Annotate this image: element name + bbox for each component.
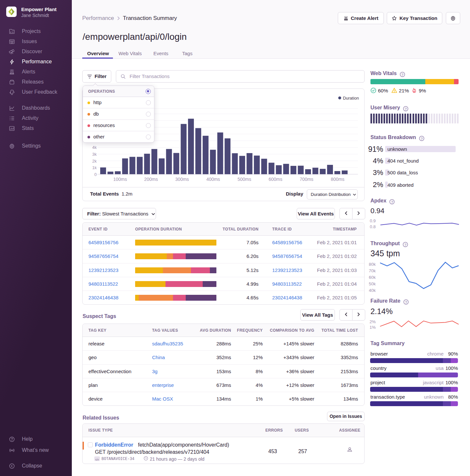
svg-text:500ms: 500ms (238, 177, 251, 182)
svg-text:400ms: 400ms (206, 177, 220, 182)
svg-text:700ms: 700ms (300, 177, 313, 182)
svg-text:Duration: Duration (343, 96, 359, 101)
svg-text:4k: 4k (92, 145, 97, 150)
svg-text:300ms: 300ms (175, 177, 189, 182)
svg-text:0: 0 (94, 172, 97, 177)
svg-text:1k: 1k (92, 165, 97, 170)
svg-text:200ms: 200ms (144, 177, 158, 182)
svg-text:600ms: 600ms (269, 177, 282, 182)
svg-text:3k: 3k (92, 152, 97, 157)
svg-text:800ms: 800ms (331, 177, 344, 182)
svg-text:100ms: 100ms (113, 177, 127, 182)
svg-text:2k: 2k (92, 159, 97, 164)
